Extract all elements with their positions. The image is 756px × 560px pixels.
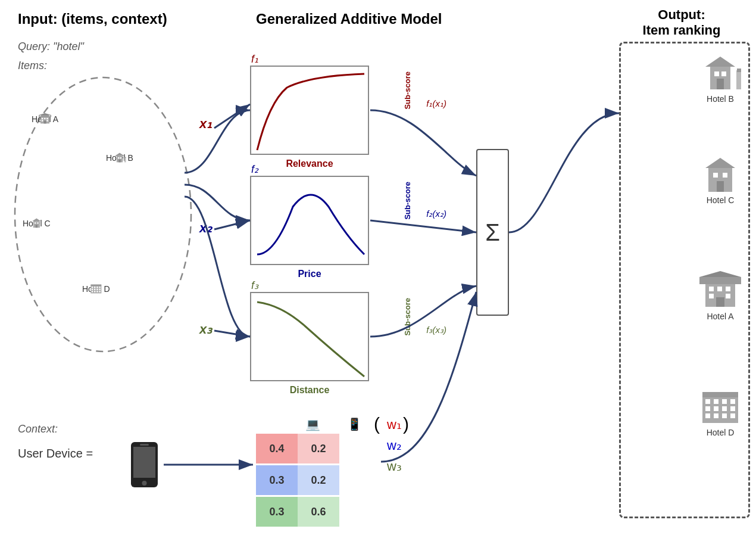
relevance-label: Relevance [250, 158, 369, 169]
f3x3-label: f₃(x₃) [426, 325, 446, 335]
svg-rect-56 [709, 294, 714, 298]
output-hotel-a: Hotel A [699, 271, 741, 321]
matrix-cell-r2c2: 0.2 [298, 465, 339, 495]
output-hotel-b: Hotel B [699, 54, 741, 104]
context-label: Context: [18, 423, 58, 435]
distance-label: Distance [250, 385, 369, 396]
svg-rect-30 [99, 287, 100, 288]
svg-rect-24 [37, 222, 38, 223]
svg-rect-39 [90, 284, 101, 286]
svg-rect-25 [36, 225, 38, 228]
svg-marker-22 [32, 218, 40, 221]
sigma-box: Σ [476, 149, 509, 316]
matrix-cell-r3c1: 0.3 [256, 497, 298, 527]
hotel-c-input: Hotel C [23, 217, 51, 228]
output-hotel-a-label: Hotel A [699, 312, 741, 321]
f2-label: f₂ [251, 163, 258, 176]
svg-rect-44 [717, 79, 724, 89]
gam-title: Generalized Additive Model [256, 11, 442, 27]
f2x2-label: f₂(x₂) [426, 209, 446, 219]
svg-rect-53 [709, 287, 714, 291]
matrix-cell-r2c1: 0.3 [256, 465, 298, 495]
svg-rect-54 [717, 287, 722, 291]
svg-rect-68 [722, 406, 727, 411]
svg-rect-74 [702, 392, 738, 397]
feature-box-2: f₂ Price Sub-score f₂(x₂) [250, 176, 369, 265]
svg-rect-58 [716, 297, 724, 307]
items-ellipse: Hotel A Hotel B Hotel C [11, 60, 195, 357]
svg-rect-67 [714, 406, 718, 411]
svg-rect-76 [133, 447, 155, 478]
svg-rect-35 [92, 291, 93, 292]
svg-rect-49 [713, 173, 718, 178]
matrix-cell-r1c1: 0.4 [256, 434, 298, 463]
svg-rect-42 [714, 71, 719, 76]
x1-label: x₁ [199, 116, 212, 132]
f1-label: f₁ [251, 52, 258, 66]
feature-box-3: f₃ Distance Sub-score f₃(x₃) [250, 292, 369, 381]
w1-label: w₁ [387, 414, 402, 435]
svg-rect-6 [46, 120, 48, 121]
f1x1-label: f₁(x₁) [426, 98, 446, 109]
device-label: User Device = [18, 447, 93, 461]
svg-rect-31 [92, 289, 93, 290]
feature-box-1: f₁ Relevance Sub-score f₁(x₁) [250, 66, 369, 155]
svg-rect-70 [705, 413, 710, 418]
svg-rect-2 [42, 118, 43, 119]
svg-point-77 [142, 481, 147, 486]
svg-rect-20 [125, 157, 126, 158]
svg-rect-71 [714, 413, 718, 418]
hotel-d-input: Hotel D [82, 283, 110, 294]
svg-rect-37 [96, 291, 98, 292]
svg-rect-43 [721, 71, 726, 76]
svg-marker-48 [705, 158, 735, 168]
input-title: Input: (items, context) [18, 11, 167, 27]
svg-rect-69 [730, 406, 735, 411]
matrix-cell-r1c2: 0.2 [298, 434, 339, 463]
output-hotel-d-label: Hotel D [699, 428, 741, 437]
svg-rect-15 [123, 155, 123, 156]
svg-rect-16 [118, 157, 119, 158]
hotel-b-input: Hotel B [106, 152, 133, 163]
svg-rect-38 [99, 291, 100, 292]
svg-rect-29 [96, 287, 98, 288]
matrix-cell-r3c2: 0.6 [298, 497, 339, 527]
svg-rect-64 [722, 399, 727, 404]
hotel-a-input: Hotel A [32, 113, 58, 124]
svg-rect-66 [705, 406, 710, 411]
svg-rect-14 [116, 155, 117, 156]
svg-rect-55 [726, 287, 730, 291]
w3-label: w₃ [387, 456, 402, 477]
svg-rect-18 [118, 160, 121, 163]
svg-rect-62 [705, 399, 710, 404]
matrix-header-laptop: 💻 [292, 417, 333, 431]
svg-marker-9 [39, 113, 51, 115]
svg-rect-19 [124, 157, 126, 162]
svg-rect-10 [40, 115, 41, 116]
svg-rect-17 [120, 157, 121, 158]
svg-rect-32 [94, 289, 95, 290]
query-label: Query: "hotel" [18, 41, 84, 53]
output-hotel-b-label: Hotel B [699, 94, 741, 104]
svg-rect-27 [92, 287, 93, 288]
svg-marker-60 [699, 271, 741, 277]
svg-rect-23 [35, 222, 36, 223]
svg-rect-78 [140, 444, 149, 446]
svg-rect-65 [730, 399, 735, 404]
price-label: Price [250, 269, 369, 279]
weight-matrix: 💻 📱 0.4 0.2 0.3 0.2 0.3 0.6 [256, 417, 375, 528]
output-hotel-d: Hotel D [699, 387, 741, 437]
svg-rect-51 [717, 181, 724, 192]
subscore3-label: Sub-score [403, 298, 412, 336]
svg-rect-5 [42, 120, 43, 121]
svg-rect-46 [737, 69, 741, 72]
subscore2-label: Sub-score [403, 182, 412, 220]
svg-rect-45 [736, 70, 741, 89]
svg-rect-57 [726, 294, 730, 298]
f3-label: f₃ [251, 279, 258, 292]
svg-rect-4 [46, 118, 48, 119]
w2-label: w₂ [387, 435, 402, 456]
svg-rect-3 [44, 118, 45, 119]
svg-rect-59 [699, 277, 741, 284]
svg-rect-73 [730, 413, 735, 418]
